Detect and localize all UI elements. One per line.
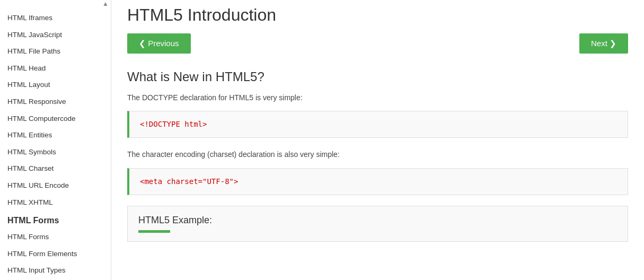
sidebar-item-filepaths[interactable]: HTML File Paths [0,43,111,60]
example-box-title: HTML5 Example: [138,215,617,226]
code-1: <!DOCTYPE html> [140,120,207,128]
sidebar-item-charset[interactable]: HTML Charset [0,160,111,177]
description-2: The character encoding (charset) declara… [127,148,628,160]
code-block-1: <!DOCTYPE html> [127,111,628,138]
code-2: <meta charset="UTF-8"> [140,177,238,186]
sidebar: ▲ HTML Iframes HTML JavaScript HTML File… [0,0,111,280]
sidebar-item-form-elements[interactable]: HTML Form Elements [0,246,111,262]
description-1: The DOCTYPE declaration for HTML5 is ver… [127,92,628,103]
sidebar-item-responsive[interactable]: HTML Responsive [0,93,111,110]
next-button[interactable]: Next [579,33,628,54]
code-block-2: <meta charset="UTF-8"> [127,168,628,195]
sidebar-item-entities[interactable]: HTML Entities [0,127,111,144]
sidebar-item-iframes[interactable]: HTML Iframes [0,10,111,27]
main-content: HTML5 Introduction Previous Next What is… [111,0,644,280]
sidebar-item-urlencode[interactable]: HTML URL Encode [0,177,111,194]
previous-button[interactable]: Previous [127,33,191,54]
example-box: HTML5 Example: [127,206,628,242]
sidebar-item-computercode[interactable]: HTML Computercode [0,110,111,127]
page-title: HTML5 Introduction [127,0,628,33]
sidebar-section-title-forms: HTML Forms [0,211,111,229]
sidebar-item-symbols[interactable]: HTML Symbols [0,144,111,161]
sidebar-item-input-types[interactable]: HTML Input Types [0,262,111,279]
sidebar-section-forms: HTML Forms HTML Forms HTML Form Elements… [0,211,111,280]
sidebar-item-layout[interactable]: HTML Layout [0,76,111,93]
example-box-bar [138,230,170,233]
section-heading: What is New in HTML5? [127,69,628,84]
sidebar-item-head[interactable]: HTML Head [0,60,111,77]
sidebar-section-1: HTML Iframes HTML JavaScript HTML File P… [0,10,111,211]
sidebar-item-xhtml[interactable]: HTML XHTML [0,194,111,211]
sidebar-item-forms[interactable]: HTML Forms [0,229,111,246]
scroll-indicator: ▲ [0,0,111,10]
nav-buttons: Previous Next [127,33,628,54]
sidebar-item-javascript[interactable]: HTML JavaScript [0,27,111,43]
